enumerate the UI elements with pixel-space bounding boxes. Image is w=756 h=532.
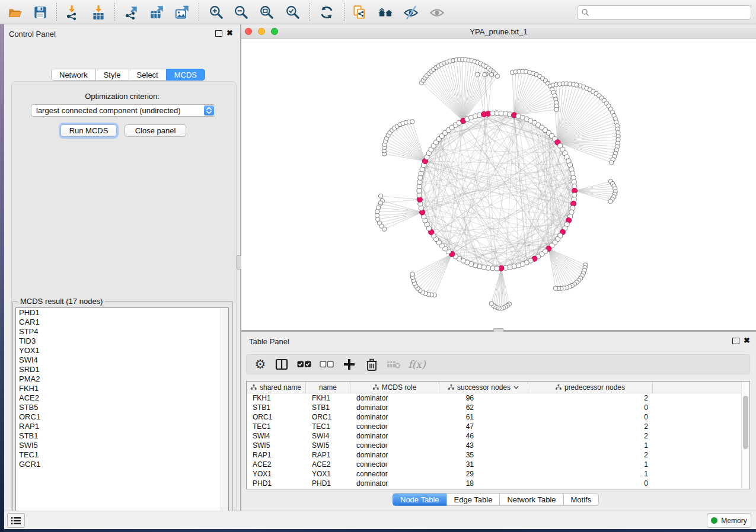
mcds-result-list[interactable]: PHD1CAR1STP4TID3YOX1SWI4SRD1PMA2FKH1ACE2…: [15, 307, 229, 517]
cell-name[interactable]: SWI4: [306, 431, 350, 441]
cell-predecessor-nodes[interactable]: 0: [528, 403, 653, 412]
mcds-result-item[interactable]: PMA2: [16, 374, 228, 384]
zoom-out-icon[interactable]: [233, 4, 250, 21]
add-row-icon[interactable]: [340, 357, 358, 372]
mcds-result-item[interactable]: CAR1: [16, 318, 228, 327]
cell-shared-name[interactable]: TEC1: [247, 422, 306, 431]
table-row[interactable]: PHD1PHD1dominator180: [247, 479, 749, 488]
cell-name[interactable]: RAP1: [306, 450, 350, 460]
mcds-result-item[interactable]: YOX1: [16, 346, 228, 355]
column-header-shared-name[interactable]: shared name: [247, 382, 306, 393]
table-scrollbar[interactable]: [741, 382, 749, 489]
cell-successor-nodes[interactable]: 43: [439, 441, 528, 450]
delete-row-icon[interactable]: [363, 357, 381, 372]
clone-network-icon[interactable]: [351, 4, 368, 21]
cell-predecessor-nodes[interactable]: 1: [528, 469, 653, 479]
tab-node-table[interactable]: Node Table: [393, 493, 446, 506]
cell-MCDS-role[interactable]: dominator: [350, 479, 439, 488]
mcds-result-item[interactable]: TEC1: [16, 450, 228, 460]
cell-shared-name[interactable]: ACE2: [247, 460, 306, 469]
cell-successor-nodes[interactable]: 46: [439, 431, 528, 441]
table-row[interactable]: FKH1FKH1dominator962: [247, 393, 749, 403]
open-file-icon[interactable]: [7, 4, 23, 21]
mcds-result-item[interactable]: FKH1: [16, 384, 228, 393]
deselect-all-icon[interactable]: [318, 357, 336, 372]
table-row[interactable]: YOX1YOX1connector291: [247, 469, 749, 479]
cell-name[interactable]: YOX1: [306, 469, 350, 479]
select-all-icon[interactable]: [295, 357, 313, 372]
table-row[interactable]: RAP1RAP1dominator352: [247, 450, 749, 460]
show-all-icon[interactable]: [429, 4, 445, 21]
node-table[interactable]: shared namenameMCDS rolesuccessor nodesp…: [246, 381, 750, 489]
cell-successor-nodes[interactable]: 61: [439, 412, 528, 422]
cell-predecessor-nodes[interactable]: 1: [528, 441, 653, 450]
table-settings-icon[interactable]: ⚙: [251, 357, 269, 372]
cell-shared-name[interactable]: YOX1: [247, 469, 306, 479]
cell-successor-nodes[interactable]: 47: [439, 422, 528, 431]
search-input[interactable]: [592, 8, 751, 17]
first-neighbors-icon[interactable]: [377, 4, 394, 21]
cell-MCDS-role[interactable]: dominator: [350, 393, 439, 403]
hide-selected-icon[interactable]: [403, 4, 419, 21]
column-header-MCDS-role[interactable]: MCDS role: [350, 382, 439, 393]
float-table-panel-icon[interactable]: [732, 338, 739, 344]
refresh-icon[interactable]: [318, 4, 335, 21]
cell-MCDS-role[interactable]: connector: [350, 441, 439, 450]
show-panels-button[interactable]: [7, 513, 25, 528]
table-row[interactable]: TEC1TEC1connector472: [247, 422, 749, 431]
cell-MCDS-role[interactable]: dominator: [350, 403, 439, 412]
column-header-name[interactable]: name: [306, 382, 350, 393]
mcds-result-item[interactable]: STB1: [16, 431, 228, 441]
cell-shared-name[interactable]: STB1: [247, 403, 306, 412]
table-row[interactable]: STB1STB1dominator620: [247, 403, 749, 412]
mcds-result-item[interactable]: PHD1: [16, 308, 228, 318]
cell-name[interactable]: STB1: [306, 403, 350, 412]
cell-MCDS-role[interactable]: dominator: [350, 431, 439, 441]
tab-network-table[interactable]: Network Table: [499, 493, 563, 506]
cell-shared-name[interactable]: SWI5: [247, 441, 306, 450]
float-panel-icon[interactable]: [215, 30, 222, 37]
cell-predecessor-nodes[interactable]: 2: [528, 450, 653, 460]
table-scrollbar-thumb[interactable]: [743, 396, 748, 449]
cell-successor-nodes[interactable]: 35: [439, 450, 528, 460]
zoom-fit-icon[interactable]: [259, 4, 275, 21]
tab-network[interactable]: Network: [51, 69, 95, 81]
cell-name[interactable]: ORC1: [306, 412, 350, 422]
mcds-result-item[interactable]: RAP1: [16, 422, 228, 431]
import-network-icon[interactable]: [63, 4, 80, 21]
network-graph[interactable]: [241, 39, 756, 330]
cell-MCDS-role[interactable]: dominator: [350, 450, 439, 460]
result-list-scrollbar[interactable]: [221, 308, 228, 517]
cell-predecessor-nodes[interactable]: 0: [528, 412, 653, 422]
run-mcds-button[interactable]: Run MCDS: [60, 124, 117, 137]
cell-name[interactable]: FKH1: [306, 393, 350, 403]
table-row[interactable]: SWI5SWI5connector431: [247, 441, 749, 450]
export-image-icon[interactable]: [174, 4, 190, 21]
optimization-criterion-select[interactable]: largest connected component (undirected): [31, 104, 215, 117]
save-session-icon[interactable]: [32, 4, 49, 21]
cell-shared-name[interactable]: ORC1: [247, 412, 306, 422]
cell-name[interactable]: PHD1: [306, 479, 350, 488]
cell-shared-name[interactable]: PHD1: [247, 479, 306, 488]
cell-successor-nodes[interactable]: 29: [439, 469, 528, 479]
cell-name[interactable]: TEC1: [306, 422, 350, 431]
cell-predecessor-nodes[interactable]: 2: [528, 393, 653, 403]
column-header-predecessor-nodes[interactable]: predecessor nodes: [528, 382, 653, 393]
cell-shared-name[interactable]: SWI4: [247, 431, 306, 441]
table-row[interactable]: ACE2ACE2connector311: [247, 460, 749, 469]
mcds-result-item[interactable]: SRD1: [16, 365, 228, 374]
table-row[interactable]: ORC1ORC1dominator610: [247, 412, 749, 422]
close-panel-button[interactable]: Close panel: [125, 124, 186, 137]
mcds-result-item[interactable]: GCR1: [16, 460, 228, 469]
mcds-result-item[interactable]: ACE2: [16, 393, 228, 403]
cell-predecessor-nodes[interactable]: 2: [528, 431, 653, 441]
tab-style[interactable]: Style: [95, 69, 129, 81]
search-field[interactable]: [577, 5, 751, 20]
cell-predecessor-nodes[interactable]: 1: [528, 460, 653, 469]
cell-MCDS-role[interactable]: connector: [350, 460, 439, 469]
cell-predecessor-nodes[interactable]: 2: [528, 422, 653, 431]
network-view[interactable]: [241, 39, 756, 330]
mcds-result-item[interactable]: SWI5: [16, 441, 228, 450]
tab-select[interactable]: Select: [129, 69, 166, 81]
cell-predecessor-nodes[interactable]: 0: [528, 479, 653, 488]
